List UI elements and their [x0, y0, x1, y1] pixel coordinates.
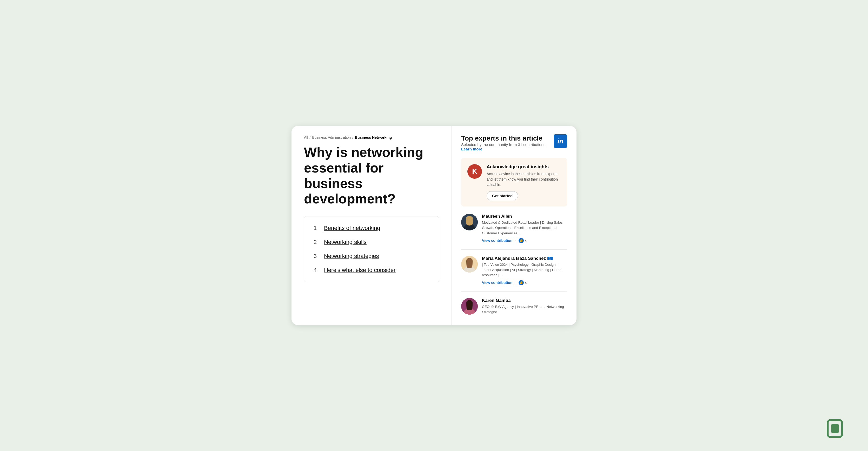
section-title: Top experts in this article [461, 134, 554, 142]
dot-sep-2: · [515, 281, 516, 285]
expert-desc-karen: CEO @ ExV Agency | Innovative PR and Net… [482, 304, 567, 315]
expert-avatar-maureen [461, 214, 478, 230]
dot-sep-1: · [515, 238, 516, 243]
toc-link-1[interactable]: Benefits of networking [324, 225, 380, 231]
toc-number-2: 2 [314, 239, 319, 246]
expert-item-3: Karen Gamba CEO @ ExV Agency | Innovativ… [461, 298, 567, 317]
like-badge-maria: 👍 4 [519, 280, 527, 285]
expert-desc-maria: | Top Voice 2024 | Psychology | Graphic … [482, 262, 567, 278]
like-count-maria: 4 [525, 281, 527, 285]
expert-name-maureen: Maureen Allen [482, 214, 567, 219]
breadcrumb-business-admin[interactable]: Business Administration [312, 135, 351, 139]
toc-item-3: 3 Networking strategies [314, 253, 430, 260]
view-contribution-maureen[interactable]: View contribution [482, 238, 512, 243]
linkedin-logo: in [554, 134, 567, 148]
table-of-contents: 1 Benefits of networking 2 Networking sk… [304, 216, 439, 282]
like-badge-maureen: 👍 4 [519, 238, 527, 243]
toc-number-4: 4 [314, 267, 319, 273]
breadcrumb-current: Business Networking [355, 135, 392, 139]
view-contribution-maria[interactable]: View contribution [482, 281, 512, 285]
breadcrumb-all[interactable]: All [304, 135, 308, 139]
expert-info-karen: Karen Gamba CEO @ ExV Agency | Innovativ… [482, 298, 567, 317]
expert-actions-maria: View contribution · 👍 4 [482, 280, 567, 285]
acknowledge-title: Acknowledge great insights [487, 164, 561, 170]
acknowledge-card: K Acknowledge great insights Access advi… [461, 158, 567, 206]
acknowledge-avatar: K [467, 164, 482, 179]
breadcrumb-sep2: / [352, 135, 353, 139]
expert-info-maureen: Maureen Allen Motivated & Dedicated Reta… [482, 214, 567, 243]
expert-name-maria: María Alejandra Isaza Sánchez in [482, 256, 567, 261]
toc-link-4[interactable]: Here's what else to consider [324, 267, 396, 273]
like-icon-maria: 👍 [519, 280, 524, 285]
toc-number-3: 3 [314, 253, 319, 260]
breadcrumb: All / Business Administration / Business… [304, 135, 439, 139]
green-logo [827, 419, 847, 441]
get-started-button[interactable]: Get started [487, 191, 518, 200]
subtitle-text: Selected by the community from 31 contri… [461, 142, 547, 147]
page-title: Why is networking essential for business… [304, 145, 439, 207]
toc-item-4: 4 Here's what else to consider [314, 267, 430, 273]
expert-item-1: Maureen Allen Motivated & Dedicated Reta… [461, 214, 567, 250]
breadcrumb-sep1: / [310, 135, 311, 139]
expert-actions-maureen: View contribution · 👍 4 [482, 238, 567, 243]
toc-item-1: 1 Benefits of networking [314, 225, 430, 231]
section-subtitle: Selected by the community from 31 contri… [461, 142, 554, 151]
expert-item-2: María Alejandra Isaza Sánchez in | Top V… [461, 256, 567, 292]
svg-rect-16 [831, 424, 839, 433]
expert-info-maria: María Alejandra Isaza Sánchez in | Top V… [482, 256, 567, 285]
toc-number-1: 1 [314, 225, 319, 231]
toc-link-2[interactable]: Networking skills [324, 239, 367, 246]
learn-more-link[interactable]: Learn more [461, 147, 483, 151]
like-icon-maureen: 👍 [519, 238, 524, 243]
acknowledge-content: Acknowledge great insights Access advice… [487, 164, 561, 200]
acknowledge-desc: Access advice in these articles from exp… [487, 171, 561, 188]
right-panel-header: Top experts in this article Selected by … [461, 134, 567, 156]
in-badge-maria: in [548, 257, 553, 260]
toc-link-3[interactable]: Networking strategies [324, 253, 379, 260]
expert-avatar-maria [461, 256, 478, 272]
like-count-maureen: 4 [525, 238, 527, 243]
expert-name-karen: Karen Gamba [482, 298, 567, 303]
expert-desc-maureen: Motivated & Dedicated Retail Leader | Dr… [482, 220, 567, 236]
expert-avatar-karen [461, 298, 478, 315]
toc-item-2: 2 Networking skills [314, 239, 430, 246]
